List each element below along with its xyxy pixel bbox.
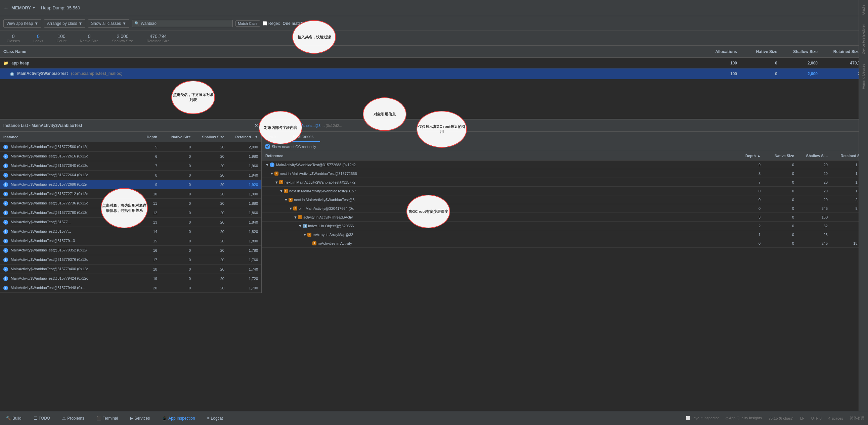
shallow-size-value: 2,000 [117, 34, 128, 39]
ref-shallow: 20 [794, 198, 828, 202]
instance-row[interactable]: i MainActivity$WanbiaoTest@315772736 (0x… [0, 199, 261, 208]
inst-shallow: 20 [191, 173, 224, 177]
instance-row[interactable]: i MainActivity$WanbiaoTest@31577... 14 0… [0, 227, 261, 236]
view-app-heap-select[interactable]: View app heap ▼ [3, 20, 41, 28]
instance-row[interactable]: i MainActivity$WanbiaoTest@315772664 (0x… [0, 170, 261, 180]
expand-arrow[interactable]: ▼ [298, 224, 302, 228]
detail-header: Insta... MainActivity$Wanbia...@3 ... (0… [262, 120, 868, 132]
app-inspection-tab[interactable]: 📱 App Inspection [159, 415, 197, 422]
inst-col-retained[interactable]: Retained... ▼ [224, 135, 258, 139]
inst-shallow: 20 [191, 286, 224, 290]
ref-col-shallow[interactable]: Shallow Si... [794, 154, 828, 158]
ref-row[interactable]: ▼ f next in MainActivity$WanbiaoTest@315… [262, 169, 868, 178]
instance-panel-close[interactable]: ✕ [255, 123, 258, 128]
instance-row[interactable]: i MainActivity$WanbiaoTest@315772560 (0x… [0, 142, 261, 152]
instance-row[interactable]: i MainActivity$WanbiaoTest@315772760 (0x… [0, 208, 261, 218]
terminal-tab[interactable]: ⬛ Terminal [94, 415, 121, 422]
problems-tab[interactable]: ⚠ Problems [59, 415, 87, 422]
col-native-header[interactable]: Native Size [737, 50, 777, 54]
expand-arrow[interactable]: ▼ [279, 189, 283, 193]
main-activity-native: 0 [737, 71, 777, 76]
app-heap-row[interactable]: 📁 app heap 100 0 2,000 470,794 [0, 58, 868, 68]
device-file-explorer-sidebar[interactable]: Device File Explorer [860, 23, 867, 55]
inst-depth: 12 [137, 211, 157, 215]
instance-row[interactable]: i MainActivity$WanbiaoTest@315772616 (0x… [0, 152, 261, 161]
retained-size-stat: 470,794 Retained Size [147, 34, 169, 43]
ref-shallow: 20 [794, 171, 828, 175]
ref-row[interactable]: ▼ f o in MainActivity@320417664 (0x 0 0 … [262, 204, 868, 213]
tab-fields[interactable]: Fields [262, 132, 286, 142]
inst-col-depth[interactable]: Depth [137, 135, 157, 139]
instance-row[interactable]: i MainActivity$WanbiaoTest@315779376 (0x… [0, 255, 261, 265]
ref-row[interactable]: ▼ f next in MainActivity$WanbiaoTest@315… [262, 187, 868, 195]
expand-arrow[interactable]: ▼ [284, 198, 288, 202]
ref-row[interactable]: ▼ [ ] Index 1 in Object[]@320556 2 0 32 … [262, 222, 868, 230]
instance-row[interactable]: i MainActivity$WanbiaoTest@315772712 (0x… [0, 189, 261, 199]
back-button[interactable]: ← [3, 5, 9, 11]
ref-list[interactable]: ▼ i MainActivity$WanbiaoTest@315772688 (… [262, 160, 868, 293]
instance-row[interactable]: i MainActivity$WanbiaoTest@315779448 (0x… [0, 283, 261, 293]
main-activity-row[interactable]: C MainActivity$WanbiaoTest (com.example.… [0, 68, 868, 79]
instance-row[interactable]: i MainActivity$WanbiaoTest@315772640 (0x… [0, 161, 261, 170]
instance-row[interactable]: i MainActivity$WanbiaoTest@315779400 (0x… [0, 265, 261, 274]
todo-tab[interactable]: ☰ TODO [31, 415, 53, 422]
ref-row[interactable]: f mActivities in Activity 0 0 245 15,948 [262, 239, 868, 248]
expand-arrow[interactable]: ▼ [275, 180, 278, 184]
ref-depth: 2 [734, 224, 761, 228]
instance-row[interactable]: i MainActivity$WanbiaoTest@315772688 (0x… [0, 180, 261, 189]
info-icon: i [3, 145, 8, 150]
inst-col-shallow[interactable]: Shallow Size [191, 135, 224, 139]
ref-col-reference[interactable]: Reference [266, 154, 734, 158]
ref-col-depth[interactable]: Depth ▲ [734, 154, 761, 158]
col-alloc-header[interactable]: Allocations [697, 50, 737, 54]
expand-arrow[interactable]: ▼ [293, 215, 297, 219]
ref-depth: 0 [734, 198, 761, 202]
inst-col-native[interactable]: Native Size [157, 135, 191, 139]
ref-row[interactable]: ▼ f next in MainActivity$WanbiaoTest@315… [262, 178, 868, 187]
col-shallow-header[interactable]: Shallow Size [777, 50, 817, 54]
inst-native: 0 [157, 145, 191, 149]
build-tab[interactable]: 🔨 Build [3, 415, 24, 422]
ref-table-header: Reference Depth ▲ Native Size Shallow Si… [262, 151, 868, 160]
app-quality-link[interactable]: ◇ App Quality Insights [725, 416, 762, 420]
show-all-classes-select[interactable]: Show all classes ▼ [88, 20, 129, 28]
expand-arrow[interactable]: ▼ [303, 233, 307, 237]
instance-row[interactable]: i MainActivity$WanbiaoTest@315779352 (0x… [0, 246, 261, 255]
ref-row[interactable]: ▼ i MainActivity$WanbiaoTest@315772688 (… [262, 160, 868, 169]
instance-list[interactable]: i MainActivity$WanbiaoTest@315772560 (0x… [0, 142, 261, 293]
layout-inspector-link[interactable]: ⬜ Layout Inspector [686, 416, 718, 420]
col-retained-header[interactable]: Retained Size ▼ [817, 50, 865, 54]
logcat-tab[interactable]: ≡ Logcat [205, 415, 226, 422]
instance-row[interactable]: i MainActivity$WanbiaoTest@315779424 (0x… [0, 274, 261, 283]
tab-references[interactable]: References [286, 132, 320, 142]
memory-dropdown-arrow[interactable]: ▼ [32, 6, 36, 10]
app-heap-retained: 470,794 [817, 61, 865, 65]
expand-arrow[interactable]: ▼ [266, 163, 269, 167]
instance-row[interactable]: i MainActivity$WanbiaoTest@315779...3 15… [0, 236, 261, 246]
instance-row[interactable]: i MainActivity$WanbiaoTest@31577... 13 0… [0, 218, 261, 227]
inst-native: 0 [157, 183, 191, 187]
ref-row[interactable]: ▼ f activity in ActivityThread$Activ 3 0… [262, 213, 868, 222]
inst-retained: 1,780 [224, 249, 258, 253]
ref-col-native[interactable]: Native Size [761, 154, 794, 158]
f-icon: f [274, 171, 278, 175]
running-devices-sidebar[interactable]: Running Devices [860, 62, 867, 91]
gc-root-checkbox[interactable] [266, 144, 270, 149]
match-case-button[interactable]: Match Case [236, 21, 260, 27]
expand-arrow[interactable]: ▼ [289, 206, 292, 210]
inst-col-instance[interactable]: Instance [3, 135, 137, 139]
expand-arrow[interactable]: ▼ [270, 171, 274, 175]
search-input[interactable] [141, 21, 230, 26]
ref-row[interactable]: ▼ f mArray in ArrayMap@32 1 0 25 109 [262, 230, 868, 239]
search-icon: 🔍 [134, 21, 140, 26]
arrange-by-class-select[interactable]: Arrange by class ▼ [44, 20, 85, 28]
instance-panel: Instance List - MainActivity$WanbiaoTest… [0, 120, 262, 293]
regex-checkbox[interactable] [263, 21, 267, 26]
inst-native: 0 [157, 211, 191, 215]
inst-depth: 7 [137, 164, 157, 168]
ref-depth: 0 [734, 241, 761, 246]
ref-row[interactable]: ▼ f next in MainActivity$WanbiaoTest@3 0… [262, 195, 868, 204]
inst-retained: 1,820 [224, 230, 258, 234]
services-tab[interactable]: ▶ Services [127, 415, 153, 422]
gradle-sidebar[interactable]: Gradle [860, 3, 867, 16]
